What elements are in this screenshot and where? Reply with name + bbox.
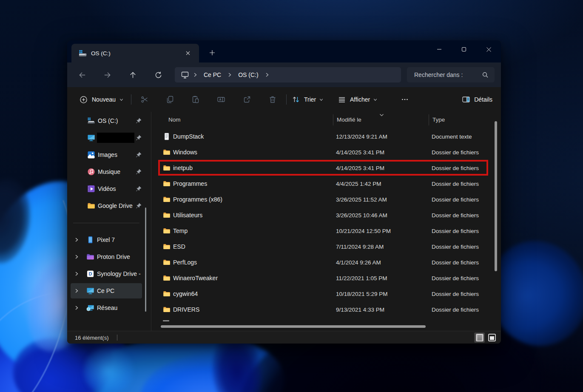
cut-button[interactable] bbox=[136, 92, 153, 107]
close-button[interactable] bbox=[476, 40, 501, 58]
document-icon bbox=[163, 133, 171, 140]
new-tab-button[interactable] bbox=[206, 46, 219, 59]
share-button[interactable] bbox=[239, 92, 256, 107]
status-bar: 16 élément(s) bbox=[67, 331, 501, 344]
command-divider bbox=[131, 94, 131, 105]
sidebar-item-redacted[interactable] bbox=[67, 129, 151, 146]
chevron-right-icon bbox=[227, 72, 232, 77]
partial-row-icon bbox=[163, 320, 169, 321]
file-modified: 9/13/2021 4:33 PM bbox=[336, 306, 384, 312]
forward-button[interactable] bbox=[100, 67, 115, 82]
sidebar-item-synology-drive[interactable]: DSynology Drive - bbox=[67, 265, 151, 282]
sidebar-item-r-seau[interactable]: Réseau bbox=[67, 299, 151, 316]
column-separator[interactable] bbox=[429, 114, 429, 125]
refresh-button[interactable] bbox=[151, 67, 166, 82]
file-modified: 11/22/2021 1:05 PM bbox=[336, 275, 387, 281]
paste-button[interactable] bbox=[187, 92, 204, 107]
file-row-utilisateurs[interactable]: Utilisateurs3/26/2025 10:46 AMDossier de… bbox=[151, 207, 501, 223]
details-view-button[interactable] bbox=[474, 332, 485, 343]
chevron-down-icon bbox=[119, 97, 124, 102]
sidebar-item-google-drive[interactable]: Google Drive bbox=[67, 197, 151, 214]
column-separator[interactable] bbox=[333, 114, 333, 125]
sidebar-item-label: Google Drive bbox=[98, 202, 133, 209]
file-modified: 4/1/2024 9:26 AM bbox=[336, 259, 381, 265]
delete-button[interactable] bbox=[264, 92, 281, 107]
sort-button[interactable]: Trier bbox=[292, 92, 324, 107]
view-list-icon bbox=[338, 95, 346, 104]
command-bar: Nouveau Trier Afficher Détails bbox=[67, 87, 501, 112]
new-button-label: Nouveau bbox=[92, 96, 116, 103]
horizontal-scrollbar[interactable] bbox=[161, 325, 426, 328]
pin-icon bbox=[135, 168, 142, 175]
folder-icon bbox=[163, 180, 171, 187]
command-divider bbox=[286, 94, 287, 105]
sidebar-item-musique[interactable]: Musique bbox=[67, 163, 151, 180]
large-icons-view-button[interactable] bbox=[486, 332, 497, 343]
breadcrumb-os-c[interactable]: OS (C:) bbox=[236, 71, 261, 78]
file-modified: 7/11/2024 9:28 AM bbox=[336, 243, 384, 250]
details-button[interactable]: Détails bbox=[462, 92, 492, 107]
file-row-winaerotweaker[interactable]: WinaeroTweaker11/22/2021 1:05 PMDossier … bbox=[151, 270, 501, 286]
view-button[interactable]: Afficher bbox=[338, 92, 378, 107]
sidebar-item-pixel-7[interactable]: Pixel 7 bbox=[67, 231, 151, 248]
tab-os-c[interactable]: OS (C:) bbox=[71, 44, 199, 62]
chevron-right-icon bbox=[74, 288, 79, 293]
file-row-esd[interactable]: ESD7/11/2024 9:28 AMDossier de fichiers bbox=[151, 239, 501, 254]
file-row-perflogs[interactable]: PerfLogs4/1/2024 9:26 AMDossier de fichi… bbox=[151, 254, 501, 270]
highlight-rectangle bbox=[158, 160, 488, 176]
sort-icon bbox=[292, 95, 300, 104]
items-count: 16 élément(s) bbox=[75, 334, 108, 341]
sidebar-item-label: Vidéos bbox=[98, 185, 116, 192]
file-row-programmes[interactable]: Programmes4/4/2025 1:42 PMDossier de fic… bbox=[151, 176, 501, 191]
file-row-programmes-x86-[interactable]: Programmes (x86)3/26/2025 11:52 AMDossie… bbox=[151, 191, 501, 207]
file-row-drivers[interactable]: DRIVERS9/13/2021 4:33 PMDossier de fichi… bbox=[151, 301, 501, 317]
pin-icon bbox=[135, 117, 142, 124]
column-header-type[interactable]: Type bbox=[432, 116, 445, 123]
sidebar-scrollbar[interactable] bbox=[145, 207, 146, 312]
chevron-right-icon bbox=[264, 72, 270, 77]
drive-icon bbox=[87, 117, 95, 125]
sidebar-item-label: Pixel 7 bbox=[97, 236, 115, 243]
up-button[interactable] bbox=[125, 67, 140, 82]
sidebar-item-ce-pc[interactable]: Ce PC bbox=[67, 282, 151, 299]
sidebar-item-vid-os[interactable]: Vidéos bbox=[67, 180, 151, 197]
sidebar-item-label: Réseau bbox=[97, 304, 117, 311]
copy-button[interactable] bbox=[162, 92, 179, 107]
back-button[interactable] bbox=[74, 67, 90, 82]
rename-button[interactable] bbox=[213, 92, 230, 107]
tab-close-icon[interactable] bbox=[183, 48, 193, 58]
file-row-cygwin64[interactable]: cygwin6410/18/2021 5:29 PMDossier de fic… bbox=[151, 286, 501, 301]
file-type: Dossier de fichiers bbox=[432, 275, 479, 281]
file-name: cygwin64 bbox=[173, 290, 198, 297]
minimize-button[interactable] bbox=[427, 40, 452, 58]
file-name: Utilisateurs bbox=[173, 212, 202, 219]
breadcrumb-bar[interactable]: Ce PC OS (C:) bbox=[175, 67, 401, 82]
sidebar-item-os-c-[interactable]: OS (C:) bbox=[67, 112, 151, 129]
search-icon bbox=[482, 71, 489, 78]
drive-icon bbox=[79, 49, 87, 57]
folder-icon bbox=[163, 243, 171, 250]
file-modified: 4/4/2025 1:42 PM bbox=[336, 180, 381, 187]
new-button[interactable]: Nouveau bbox=[74, 92, 128, 107]
search-box[interactable]: Rechercher dans : bbox=[407, 67, 495, 82]
sidebar-item-images[interactable]: Images bbox=[67, 146, 151, 163]
file-type: Dossier de fichiers bbox=[432, 212, 479, 218]
file-row-dumpstack[interactable]: DumpStack12/13/2024 9:21 AMDocument text… bbox=[151, 128, 501, 144]
column-header-modified[interactable]: Modifié le bbox=[337, 116, 361, 123]
videos-icon bbox=[87, 185, 95, 193]
search-placeholder: Rechercher dans : bbox=[414, 71, 482, 78]
file-row-windows[interactable]: Windows4/14/2025 3:41 PMDossier de fichi… bbox=[151, 144, 501, 160]
file-modified: 3/26/2025 11:52 AM bbox=[336, 196, 387, 202]
sidebar-item-proton-drive[interactable]: Proton Drive bbox=[67, 248, 151, 265]
column-header-name[interactable]: Nom bbox=[168, 116, 181, 123]
maximize-button[interactable] bbox=[452, 40, 476, 58]
file-row-temp[interactable]: Temp10/21/2024 12:50 PMDossier de fichie… bbox=[151, 223, 501, 239]
window-controls bbox=[427, 40, 501, 58]
vertical-scrollbar[interactable] bbox=[495, 121, 497, 271]
sidebar-divider bbox=[73, 223, 139, 223]
folder-icon bbox=[163, 274, 171, 282]
breadcrumb-ce-pc[interactable]: Ce PC bbox=[201, 71, 224, 78]
more-options-button[interactable] bbox=[396, 92, 413, 107]
synology-icon: D bbox=[86, 270, 94, 278]
sidebar-item-label: Musique bbox=[98, 168, 120, 175]
